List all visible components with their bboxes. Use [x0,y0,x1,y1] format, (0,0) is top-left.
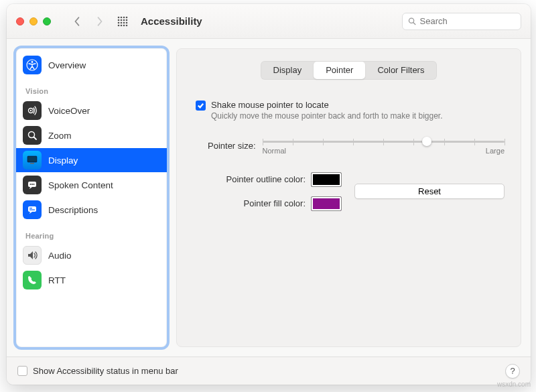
shake-pointer-description: Quickly move the mouse pointer back and … [211,111,443,122]
sidebar-item-spoken-content[interactable]: Spoken Content [16,173,167,197]
slider-thumb[interactable] [422,137,431,146]
search-input[interactable] [420,16,515,26]
shake-pointer-checkbox[interactable] [196,101,206,111]
minimize-window-button[interactable] [29,17,38,25]
sidebar-item-display[interactable]: Display [16,148,167,172]
window-title: Accessibility [141,15,202,27]
sidebar-item-audio[interactable]: Audio [16,243,167,267]
descriptions-icon [23,200,42,219]
svg-line-17 [413,23,415,25]
svg-line-23 [34,137,37,140]
svg-rect-31 [29,208,32,208]
svg-point-10 [123,21,125,23]
svg-point-0 [118,16,120,18]
tab-color-filters[interactable]: Color Filters [365,62,436,79]
svg-point-19 [31,61,34,63]
sidebar-item-label: Zoom [48,131,72,141]
svg-point-6 [123,19,125,21]
svg-point-21 [30,110,31,111]
svg-point-9 [121,21,123,23]
forward-button[interactable] [91,13,109,30]
chevron-right-icon [96,16,103,27]
svg-point-2 [123,16,125,18]
search-icon [408,17,416,25]
grid-icon [117,16,128,27]
sidebar-item-label: Audio [48,251,72,261]
close-window-button[interactable] [16,17,24,25]
svg-point-3 [126,16,128,18]
tab-pointer[interactable]: Pointer [314,62,365,79]
sidebar-item-label: Overview [48,60,86,70]
checkmark-icon [197,102,204,109]
reset-button[interactable]: Reset [354,184,505,199]
fill-color-label: Pointer fill color: [197,198,311,208]
svg-point-14 [123,24,125,26]
svg-point-1 [121,16,123,18]
window-controls [16,17,51,25]
svg-point-13 [121,24,123,26]
pointer-size-slider[interactable]: Normal Large [263,137,505,155]
svg-point-11 [126,21,128,23]
sidebar-item-label: RTT [48,275,66,285]
window-body: Overview Vision VoiceOver Zoom Displa [7,39,531,356]
pointer-size-label: Pointer size: [208,141,256,151]
content-panel: Display Pointer Color Filters Shake mous… [176,48,521,347]
sidebar-item-overview[interactable]: Overview [16,53,167,77]
sidebar-item-label: Spoken Content [48,180,113,190]
outline-color-swatch[interactable] [311,172,342,187]
svg-point-29 [34,184,35,185]
sidebar-section-hearing: Hearing [16,222,167,243]
shake-pointer-label: Shake mouse pointer to locate [211,100,443,110]
tab-display[interactable]: Display [261,62,314,79]
svg-point-15 [126,24,128,26]
svg-point-28 [31,184,33,185]
display-icon [23,151,42,170]
svg-point-8 [118,21,120,23]
watermark: wsxdn.com [497,381,531,388]
svg-point-7 [126,19,128,21]
spoken-content-icon [23,176,42,194]
voiceover-icon [23,101,42,120]
back-button[interactable] [68,13,86,30]
svg-point-27 [30,184,31,185]
status-menubar-checkbox[interactable] [17,366,27,376]
chevron-left-icon [74,16,80,27]
svg-point-12 [118,24,120,26]
sidebar-item-label: Display [48,155,78,166]
sidebar-section-vision: Vision [16,78,167,98]
zoom-icon [23,126,42,145]
sidebar-item-label: VoiceOver [48,106,90,116]
toolbar: Accessibility [7,4,531,39]
shake-pointer-row: Shake mouse pointer to locate Quickly mo… [196,100,505,122]
help-button[interactable]: ? [505,364,520,379]
sidebar-item-label: Descriptions [48,205,98,215]
zoom-window-button[interactable] [43,17,51,25]
svg-point-4 [118,19,120,21]
show-all-button[interactable] [114,13,131,30]
fill-color-swatch[interactable] [311,196,342,211]
sidebar-item-zoom[interactable]: Zoom [16,123,167,147]
svg-rect-25 [30,163,34,164]
audio-icon [23,246,42,265]
sidebar-item-rtt[interactable]: RTT [16,268,167,292]
svg-rect-32 [29,210,35,210]
status-menubar-label: Show Accessibility status in menu bar [33,366,178,376]
search-field[interactable] [402,13,521,30]
footer: Show Accessibility status in menu bar ? [7,356,531,385]
preferences-window: Accessibility Overview Vision VoiceOver [7,4,531,385]
svg-rect-24 [27,156,37,162]
sidebar-item-voiceover[interactable]: VoiceOver [16,99,167,123]
rtt-icon [23,271,42,289]
outline-color-label: Pointer outline color: [197,174,311,184]
svg-point-5 [121,19,123,21]
sidebar-item-descriptions[interactable]: Descriptions [16,198,167,222]
pointer-size-row: Pointer size: Normal Large [208,137,505,155]
accessibility-icon [23,56,42,74]
tabs: Display Pointer Color Filters [193,61,505,80]
sidebar: Overview Vision VoiceOver Zoom Displa [16,48,167,347]
svg-rect-30 [28,206,36,212]
